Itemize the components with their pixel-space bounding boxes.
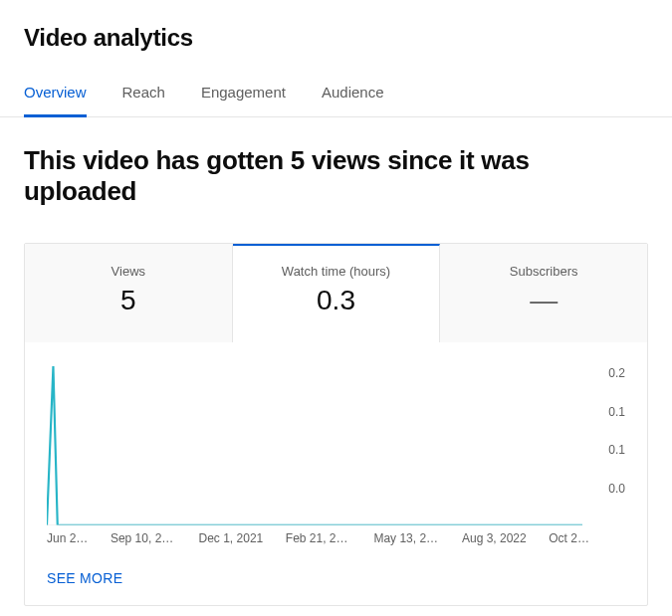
metric-value: 5 (25, 285, 232, 316)
tab-overview[interactable]: Overview (24, 76, 87, 117)
metric-watch-time-hours-[interactable]: Watch time (hours)0.3 (233, 244, 441, 342)
metric-label: Subscribers (440, 264, 647, 279)
metric-subscribers[interactable]: Subscribers— (440, 244, 647, 342)
y-tick: 0.0 (608, 482, 625, 496)
x-tick: Oct 2… (549, 531, 589, 545)
y-tick: 0.1 (608, 443, 625, 457)
chart-area: 0.20.10.10.0 Jun 2…Sep 10, 2021Dec 1, 20… (25, 342, 647, 555)
see-more-container: SEE MORE (25, 555, 647, 605)
headline: This video has gotten 5 views since it w… (24, 145, 648, 207)
metric-value: 0.3 (233, 285, 440, 316)
analytics-card: Views5Watch time (hours)0.3Subscribers— … (24, 243, 648, 606)
line-chart (47, 366, 625, 525)
metric-label: Views (25, 264, 232, 279)
page-title: Video analytics (24, 24, 648, 52)
tab-audience[interactable]: Audience (322, 76, 384, 117)
chart-y-axis: 0.20.10.10.0 (608, 366, 625, 496)
y-tick: 0.1 (608, 405, 625, 419)
x-tick: Feb 21, 2022 (286, 531, 351, 545)
metric-views[interactable]: Views5 (25, 244, 233, 342)
chart-line (47, 366, 582, 525)
x-tick: Dec 1, 2021 (199, 531, 264, 545)
x-tick: May 13, 2022 (373, 531, 439, 545)
chart-x-axis: Jun 2…Sep 10, 2021Dec 1, 2021Feb 21, 202… (47, 531, 625, 545)
x-tick: Sep 10, 2021 (111, 531, 176, 545)
tab-engagement[interactable]: Engagement (201, 76, 286, 117)
metric-value: — (440, 285, 647, 316)
see-more-button[interactable]: SEE MORE (47, 570, 122, 586)
tab-reach[interactable]: Reach (122, 76, 165, 117)
tabs: OverviewReachEngagementAudience (0, 76, 672, 117)
y-tick: 0.2 (608, 366, 625, 380)
metrics-row: Views5Watch time (hours)0.3Subscribers— (25, 244, 647, 342)
x-tick: Aug 3, 2022 (462, 531, 527, 545)
x-tick: Jun 2… (47, 531, 88, 545)
metric-label: Watch time (hours) (233, 264, 440, 279)
